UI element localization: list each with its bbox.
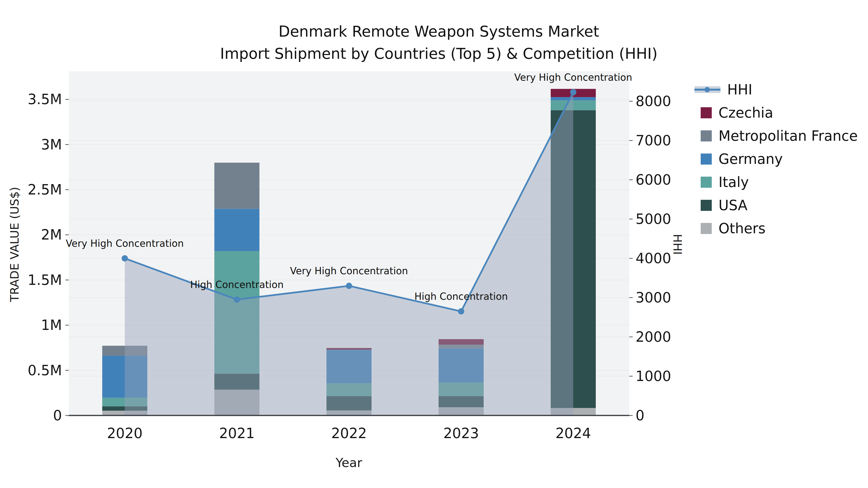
legend-item-germany[interactable]: Germany	[694, 148, 866, 171]
legend-label: HHI	[727, 82, 752, 98]
left-axis-tick-0: 0	[53, 407, 62, 424]
right-axis-tick-3000: 3000	[636, 289, 671, 306]
right-axis-tick-1000: 1000	[636, 368, 671, 384]
bar-segment-germany-2021[interactable]	[214, 209, 259, 251]
legend-item-metropolitan-france[interactable]: Metropolitan France	[694, 124, 866, 148]
x-axis-title: Year	[277, 455, 421, 470]
right-axis-tick-8000: 8000	[636, 93, 671, 109]
hhi-marker-2023[interactable]	[458, 308, 464, 315]
left-axis-title: TRADE VALUE (US$)	[8, 172, 21, 317]
x-tick-2023: 2023	[443, 425, 479, 442]
left-axis-tick-0.5M: 0.5M	[28, 362, 62, 379]
right-axis-title: HHI	[671, 208, 684, 281]
others-swatch-icon	[701, 223, 712, 234]
right-axis-tick-7000: 7000	[636, 132, 671, 149]
legend-label: Metropolitan France	[718, 128, 858, 144]
czechia-swatch-icon	[701, 107, 712, 118]
annotation-2020: Very High Concentration	[66, 238, 184, 249]
right-axis-tick-2000: 2000	[636, 329, 671, 345]
legend-item-usa[interactable]: USA	[694, 194, 866, 217]
hhi-line-swatch-icon	[694, 85, 720, 94]
legend-item-others[interactable]: Others	[694, 217, 866, 240]
x-tick-2020: 2020	[107, 425, 143, 442]
legend-item-italy[interactable]: Italy	[694, 171, 866, 194]
usa-swatch-icon	[701, 200, 712, 211]
x-tick-2024: 2024	[556, 425, 591, 442]
left-axis-tick-3M: 3M	[41, 136, 62, 153]
hhi-marker-2024[interactable]	[570, 89, 577, 95]
legend-label: Others	[718, 220, 766, 237]
chart-title-line2: Import Shipment by Countries (Top 5) & C…	[10, 43, 868, 65]
annotation-2024: Very High Concentration	[514, 72, 632, 83]
france-swatch-icon	[701, 130, 712, 141]
legend-item-czechia[interactable]: Czechia	[694, 101, 866, 124]
hhi-marker-2020[interactable]	[122, 255, 128, 261]
annotation-2023: High Concentration	[414, 291, 508, 302]
hhi-marker-2022[interactable]	[346, 283, 352, 289]
chart-canvas: 00.5M1M1.5M2M2.5M3M3.5M01000200030004000…	[0, 0, 868, 488]
annotation-2021: High Concentration	[190, 279, 284, 290]
legend-label: Czechia	[718, 105, 773, 121]
germany-swatch-icon	[701, 154, 712, 165]
chart-title: Denmark Remote Weapon Systems Market Imp…	[10, 21, 868, 65]
hhi-marker-2021[interactable]	[234, 296, 240, 303]
left-axis-tick-3.5M: 3.5M	[28, 91, 62, 107]
right-axis-tick-4000: 4000	[636, 250, 671, 266]
legend-label: USA	[718, 197, 747, 214]
legend-item-hhi[interactable]: HHI	[694, 78, 866, 101]
italy-swatch-icon	[701, 177, 712, 188]
annotation-2022: Very High Concentration	[290, 265, 408, 276]
legend: HHI Czechia Metropolitan France Germany …	[694, 78, 866, 240]
right-axis-tick-6000: 6000	[636, 171, 671, 188]
legend-label: Germany	[718, 151, 783, 167]
figure: 00.5M1M1.5M2M2.5M3M3.5M01000200030004000…	[0, 0, 868, 488]
x-tick-2022: 2022	[331, 425, 367, 442]
legend-label: Italy	[718, 174, 749, 190]
right-axis-tick-0: 0	[636, 407, 645, 424]
bar-segment-metropolitan-france-2021[interactable]	[214, 163, 259, 209]
x-tick-2021: 2021	[219, 425, 255, 442]
left-axis-tick-2.5M: 2.5M	[28, 182, 62, 198]
left-axis-tick-2M: 2M	[41, 227, 62, 243]
left-axis-tick-1.5M: 1.5M	[28, 272, 62, 288]
right-axis-tick-5000: 5000	[636, 211, 671, 227]
left-axis-tick-1M: 1M	[41, 317, 62, 333]
chart-title-line1: Denmark Remote Weapon Systems Market	[10, 21, 868, 43]
